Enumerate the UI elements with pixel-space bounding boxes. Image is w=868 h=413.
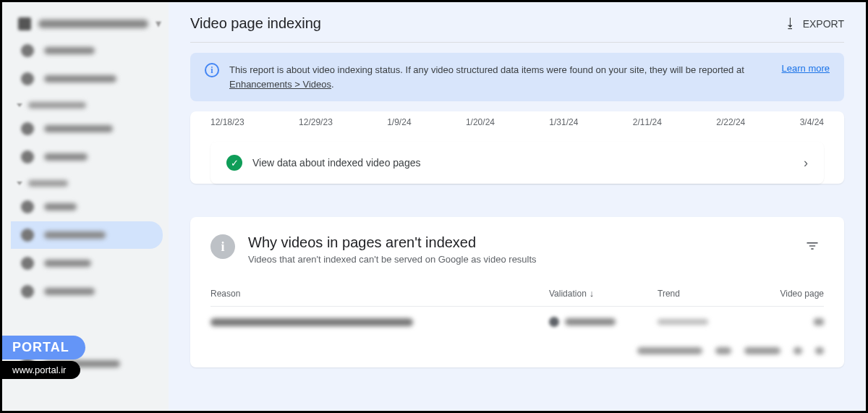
status-dot-icon [549,317,559,327]
download-icon: ⭳ [784,16,797,31]
banner-text: This report is about video indexing stat… [229,63,772,91]
sidebar-item-overview[interactable] [11,37,163,64]
date-tick: 2/22/24 [716,117,745,127]
date-tick: 12/29/23 [299,117,333,127]
view-data-label: View data about indexed video pages [252,157,793,169]
page-count-blurred [814,318,824,325]
page-title: Video page indexing [190,15,321,32]
sidebar-item-label [44,203,77,210]
chevron-down-icon [17,182,22,185]
info-icon: i [210,234,235,259]
prev-page-blurred[interactable] [793,347,802,354]
video-icon [21,229,34,242]
sidebar-item-label [44,75,116,82]
watermark-url: www.portal.ir [2,361,80,379]
column-video-page[interactable]: Video page [759,289,824,299]
date-tick: 1/9/24 [387,117,411,127]
watermark-label: PORTAL [2,336,85,359]
validation-text-blurred [565,318,616,325]
export-button[interactable]: ⭳ EXPORT [784,16,844,31]
sidebar-item-search-results[interactable] [11,115,163,142]
date-tick: 12/18/23 [210,117,244,127]
sidebar-item-label [44,47,95,54]
sidebar-section-label [28,180,68,187]
sidebar-item-label [44,231,106,239]
date-tick: 2/11/24 [633,117,662,127]
next-page-blurred[interactable] [815,347,824,354]
view-indexed-data-card[interactable]: ✓ View data about indexed video pages › [210,142,824,184]
sidebar-item-pages[interactable] [11,193,163,221]
chart-icon [21,122,34,135]
why-subtitle: Videos that aren't indexed can't be serv… [248,254,788,265]
why-not-indexed-card: i Why videos in pages aren't indexed Vid… [190,217,844,367]
property-selector[interactable]: ▾ [11,11,169,36]
topbar: Video page indexing ⭳ EXPORT [169,2,866,42]
sidebar-item-label [44,260,91,267]
date-tick: 1/31/24 [549,117,578,127]
sidebar-item-label [44,125,113,132]
column-trend[interactable]: Trend [658,289,759,299]
site-url-blurred [38,20,148,28]
overview-icon [21,44,34,57]
page-range-blurred [744,347,780,354]
table-row[interactable] [210,307,824,337]
date-tick: 3/4/24 [800,117,824,127]
table-header: Reason Validation ↓ Trend Video page [210,281,824,307]
info-icon: i [205,63,219,77]
sidebar-item-label [44,288,95,295]
export-label: EXPORT [803,18,844,30]
sidebar-item-removals[interactable] [11,278,163,305]
filter-icon[interactable] [801,234,824,261]
chevron-down-icon: ▾ [156,17,161,30]
enhancements-videos-link[interactable]: Enhancements > Videos [229,79,331,90]
page-size-blurred[interactable] [715,347,731,354]
sidebar-item-label [44,153,88,161]
sidebar-item-discover[interactable] [11,143,163,171]
sidebar-section-indexing[interactable] [11,171,169,192]
sort-down-icon: ↓ [590,288,595,299]
sidebar-item-video-pages[interactable] [11,221,163,249]
sidebar-section-performance[interactable] [11,93,169,114]
pages-icon [21,200,34,213]
trend-sparkline-blurred [658,319,708,325]
removals-icon [21,285,34,298]
search-icon [21,72,34,85]
site-favicon [18,17,31,30]
column-reason[interactable]: Reason [210,289,549,299]
chart-card: 12/18/23 12/29/23 1/9/24 1/20/24 1/31/24… [190,111,844,184]
why-title: Why videos in pages aren't indexed [248,234,788,251]
discover-icon [21,150,34,163]
sidebar-section-label [28,102,86,108]
sitemap-icon [21,257,34,270]
chart-x-axis: 12/18/23 12/29/23 1/9/24 1/20/24 1/31/24… [190,111,844,142]
main-content: Video page indexing ⭳ EXPORT i This repo… [169,2,866,411]
reason-text-blurred [210,318,413,326]
rows-per-page-blurred[interactable] [637,347,702,354]
chevron-down-icon [17,103,22,107]
info-banner: i This report is about video indexing st… [190,53,844,101]
column-validation[interactable]: Validation ↓ [549,288,658,299]
check-circle-icon: ✓ [226,155,242,171]
chevron-right-icon: › [804,156,808,171]
date-tick: 1/20/24 [466,117,495,127]
sidebar-item-url-inspection[interactable] [11,65,163,93]
sidebar-item-sitemaps[interactable] [11,250,163,277]
table-pagination [210,337,824,359]
watermark-badge: PORTAL www.portal.ir [2,336,85,379]
learn-more-link[interactable]: Learn more [782,63,830,74]
